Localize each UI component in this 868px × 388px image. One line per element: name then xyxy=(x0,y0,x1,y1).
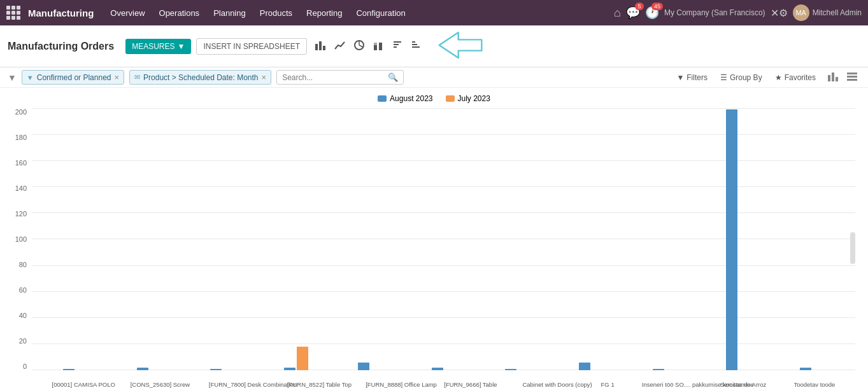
home-icon[interactable]: ⌂ xyxy=(614,6,621,20)
search-icon[interactable]: 🔍 xyxy=(388,73,398,82)
star-icon: ★ xyxy=(775,73,782,82)
y-label-180: 180 xyxy=(15,134,27,141)
user-name: Mitchell Admin xyxy=(813,8,862,17)
company-name: My Company (San Francisco) xyxy=(664,8,765,17)
svg-rect-16 xyxy=(828,75,830,81)
y-label-20: 20 xyxy=(19,337,27,345)
y-label-60: 60 xyxy=(19,286,27,294)
tutorial-arrow xyxy=(435,29,486,63)
y-label-40: 40 xyxy=(19,312,27,319)
aug-label: August 2023 xyxy=(390,94,432,103)
filter-status-close[interactable]: × xyxy=(114,73,119,82)
dropdown-arrow-icon: ▼ xyxy=(178,42,185,51)
chat-icon[interactable]: 💬 5 xyxy=(626,6,640,20)
x-label: [FURN_9666] Table xyxy=(444,381,495,388)
svg-rect-7 xyxy=(374,43,377,45)
stacked-bar-icon[interactable] xyxy=(370,39,387,54)
y-label-200: 200 xyxy=(15,108,27,116)
filter-icon: ▼ xyxy=(676,73,684,82)
y-label-0: 0 xyxy=(23,363,27,370)
favorites-button[interactable]: ★ Favorites xyxy=(771,71,820,84)
y-label-160: 160 xyxy=(15,159,27,167)
filter-tag-status[interactable]: ▼ Confirmed or Planned × xyxy=(22,70,124,85)
filter-envelope-icon: ✉ xyxy=(134,73,140,81)
menu-configuration[interactable]: Configuration xyxy=(350,6,411,20)
bar-group[interactable] xyxy=(259,347,333,370)
list-view-icon[interactable] xyxy=(844,70,860,85)
filter-status-label: Confirmed or Planned xyxy=(37,73,111,82)
svg-rect-1 xyxy=(319,41,322,50)
secondary-toolbar: Manufacturing Orders MEASURES ▼ INSERT I… xyxy=(0,25,868,67)
filters-button[interactable]: ▼ Filters xyxy=(672,71,711,84)
user-menu[interactable]: MA Mitchell Admin xyxy=(793,4,862,21)
bar-aug[interactable] xyxy=(579,363,590,370)
legend-aug: August 2023 xyxy=(378,94,432,103)
topnav-right-area: ⌂ 💬 5 🕐 45 My Company (San Francisco) ✕⚙… xyxy=(614,4,862,21)
search-input[interactable] xyxy=(282,73,388,82)
svg-rect-2 xyxy=(323,46,325,50)
y-axis: 200 180 160 140 120 100 80 60 40 20 0 xyxy=(13,108,32,388)
bar-group[interactable] xyxy=(333,363,407,370)
svg-marker-15 xyxy=(439,32,482,58)
x-label: [00001] CAMISA POLO xyxy=(52,381,103,388)
svg-rect-0 xyxy=(315,44,318,50)
filter-date-close[interactable]: × xyxy=(262,73,267,82)
line-chart-icon[interactable] xyxy=(332,39,348,54)
x-label: Toodetav toode xyxy=(793,381,835,388)
x-label: [CONS_25630] Screw xyxy=(131,381,181,388)
view-switcher xyxy=(825,70,860,85)
bar-aug[interactable] xyxy=(726,109,737,370)
bars-container xyxy=(32,108,855,370)
chart-inner: [00001] CAMISA POLO[CONS_25630] Screw[FU… xyxy=(32,108,855,388)
svg-line-5 xyxy=(359,45,363,47)
svg-rect-21 xyxy=(847,79,857,81)
top-menu: Overview Operations Planning Products Re… xyxy=(104,6,411,20)
menu-products[interactable]: Products xyxy=(253,6,299,20)
bar-group[interactable] xyxy=(702,109,776,370)
filter-tag-date[interactable]: ✉ Product > Scheduled Date: Month × xyxy=(129,70,271,85)
tools-icon[interactable]: ✕⚙ xyxy=(771,7,788,19)
bar-aug[interactable] xyxy=(358,363,369,370)
x-label: FG 1 xyxy=(601,381,615,388)
chart-type-selector xyxy=(312,39,423,54)
bar-group[interactable] xyxy=(554,363,628,370)
insert-spreadsheet-button[interactable]: INSERT IN SPREADSHEET xyxy=(196,38,307,55)
ascending-sort-icon[interactable] xyxy=(408,39,423,54)
app-grid-icon[interactable] xyxy=(6,6,20,20)
menu-planning[interactable]: Planning xyxy=(207,6,252,20)
bar-chart: 200 180 160 140 120 100 80 60 40 20 0 xyxy=(13,108,855,388)
clock-badge: 45 xyxy=(651,3,663,10)
search-box[interactable]: 🔍 xyxy=(276,70,404,85)
filter-controls: ▼ Filters ☰ Group By ★ Favorites xyxy=(672,70,860,85)
bar-view-icon[interactable] xyxy=(825,70,841,85)
x-label: [FURN_8522] Table Top xyxy=(287,381,338,388)
chart-legend: August 2023 July 2023 xyxy=(13,94,855,103)
x-label: Inseneri töö SO.... pakkumise koostamine xyxy=(642,381,693,388)
svg-rect-17 xyxy=(832,73,834,81)
app-name[interactable]: Manufacturing xyxy=(28,8,94,18)
aug-color-swatch xyxy=(378,95,387,102)
bar-jul[interactable] xyxy=(297,347,308,370)
bar-chart-icon[interactable] xyxy=(312,39,329,54)
menu-overview[interactable]: Overview xyxy=(104,6,151,20)
page-title: Manufacturing Orders xyxy=(8,41,114,52)
chart-area: August 2023 July 2023 200 180 160 140 12… xyxy=(0,88,868,388)
pie-chart-icon[interactable] xyxy=(352,39,367,54)
menu-reporting[interactable]: Reporting xyxy=(300,6,348,20)
filter-funnel-icon: ▼ xyxy=(27,74,34,81)
menu-operations[interactable]: Operations xyxy=(153,6,206,20)
descending-sort-icon[interactable] xyxy=(390,39,405,54)
svg-rect-8 xyxy=(379,43,382,50)
y-label-120: 120 xyxy=(15,210,27,218)
svg-rect-20 xyxy=(847,76,857,78)
y-label-100: 100 xyxy=(15,235,27,243)
x-label: Cabinet with Doors (copy) xyxy=(522,381,573,388)
clock-icon[interactable]: 🕐 45 xyxy=(645,6,659,20)
groupby-icon: ☰ xyxy=(720,73,727,82)
x-label: [FURN_8888] Office Lamp xyxy=(366,381,416,388)
groupby-button[interactable]: ☰ Group By xyxy=(716,71,766,84)
scrollbar[interactable] xyxy=(850,232,855,264)
x-labels: [00001] CAMISA POLO[CONS_25630] Screw[FU… xyxy=(32,370,855,388)
measures-button[interactable]: MEASURES ▼ xyxy=(125,39,191,54)
legend-jul: July 2023 xyxy=(446,94,490,103)
